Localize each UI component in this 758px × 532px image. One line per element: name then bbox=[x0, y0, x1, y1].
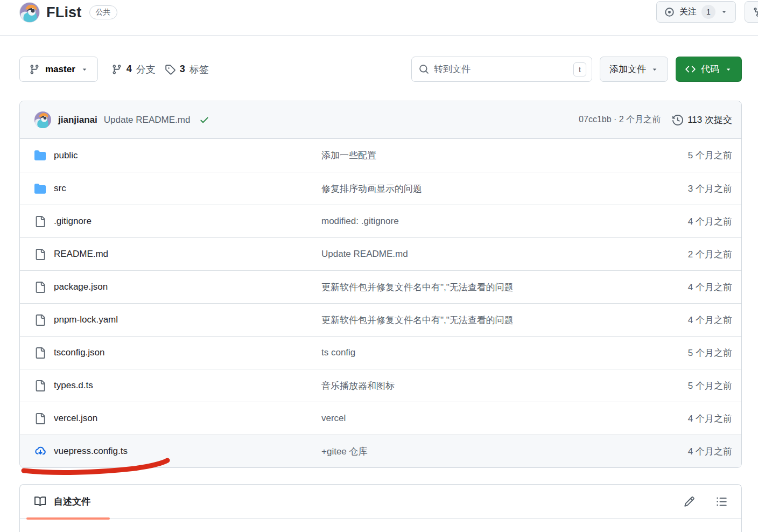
table-row[interactable]: src 修复排序动画显示的问题 3 个月之前 bbox=[20, 172, 741, 205]
commit-author[interactable]: jianjianai bbox=[58, 115, 97, 125]
commit-sha-time[interactable]: 07cc1bb · 2 个月之前 bbox=[579, 114, 661, 125]
table-row[interactable]: README.md Update README.md 2 个月之前 bbox=[20, 237, 741, 270]
file-icon bbox=[34, 216, 46, 227]
code-icon bbox=[685, 64, 696, 74]
repo-owner-avatar[interactable] bbox=[19, 2, 40, 23]
code-button[interactable]: 代码 bbox=[676, 57, 742, 82]
commits-history-link[interactable]: 113 次提交 bbox=[672, 114, 732, 126]
file-commit-time[interactable]: 5 个月之前 bbox=[610, 347, 732, 359]
file-commit-message[interactable]: Update README.md bbox=[321, 249, 610, 260]
table-row[interactable]: types.d.ts 音乐播放器和图标 5 个月之前 bbox=[20, 369, 741, 402]
file-name-link[interactable]: README.md bbox=[54, 249, 108, 260]
search-input[interactable] bbox=[434, 64, 568, 75]
file-commit-message[interactable]: 更新软件包并修复文件名中有","无法查看的问题 bbox=[321, 281, 610, 293]
repo-title[interactable]: FList bbox=[46, 4, 82, 21]
chevron-down-icon bbox=[651, 66, 658, 73]
table-row[interactable]: .gitignore modified: .gitignore 4 个月之前 bbox=[20, 205, 741, 237]
watch-button[interactable]: 关注 1 bbox=[656, 1, 736, 23]
eye-icon bbox=[664, 7, 675, 17]
file-commit-message[interactable]: vercel bbox=[321, 413, 610, 424]
file-commit-time[interactable]: 5 个月之前 bbox=[610, 149, 732, 162]
tags-link[interactable]: 3 标签 bbox=[165, 63, 209, 76]
file-name-link[interactable]: public bbox=[54, 150, 78, 161]
edit-pencil-icon[interactable] bbox=[684, 496, 695, 507]
file-commit-message[interactable]: 添加一些配置 bbox=[321, 149, 610, 162]
file-commit-message[interactable]: 修复排序动画显示的问题 bbox=[321, 183, 610, 195]
file-commit-time[interactable]: 5 个月之前 bbox=[610, 380, 732, 392]
branches-count: 4 bbox=[127, 64, 132, 75]
history-icon bbox=[672, 115, 683, 125]
file-commit-message[interactable]: 更新软件包并修复文件名中有","无法查看的问题 bbox=[321, 314, 610, 326]
fork-icon bbox=[753, 7, 758, 17]
file-commit-time[interactable]: 4 个月之前 bbox=[610, 215, 732, 228]
file-icon bbox=[34, 380, 46, 391]
file-name-link[interactable]: package.json bbox=[54, 282, 108, 292]
file-commit-time[interactable]: 4 个月之前 bbox=[610, 412, 732, 425]
file-name-link[interactable]: pnpm-lock.yaml bbox=[54, 314, 118, 325]
commit-message[interactable]: Update README.md bbox=[104, 115, 191, 125]
add-file-label: 添加文件 bbox=[609, 63, 646, 75]
file-table-body: public 添加一些配置 5 个月之前 src 修复排序动画显示的问题 3 个… bbox=[20, 139, 741, 467]
repo-page: FList 公共 关注 1 bbox=[0, 0, 758, 532]
cloud-download-icon bbox=[34, 445, 46, 457]
folder-icon bbox=[34, 150, 46, 161]
latest-commit-bar: jianjianai Update README.md 07cc1bb · 2 … bbox=[20, 101, 741, 139]
chevron-down-icon bbox=[725, 66, 732, 73]
table-row[interactable]: package.json 更新软件包并修复文件名中有","无法查看的问题 4 个… bbox=[20, 270, 741, 303]
commit-author-avatar[interactable] bbox=[34, 111, 51, 128]
table-row[interactable]: pnpm-lock.yaml 更新软件包并修复文件名中有","无法查看的问题 4… bbox=[20, 303, 741, 336]
file-icon bbox=[34, 314, 46, 326]
file-commit-time[interactable]: 4 个月之前 bbox=[610, 445, 732, 458]
file-tree-card: jianjianai Update README.md 07cc1bb · 2 … bbox=[19, 101, 742, 468]
watch-count: 1 bbox=[701, 5, 715, 19]
file-icon bbox=[34, 413, 46, 424]
fork-button-partial[interactable] bbox=[745, 1, 758, 23]
file-commit-time[interactable]: 4 个月之前 bbox=[610, 281, 732, 293]
file-name-link[interactable]: vuepress.config.ts bbox=[54, 446, 128, 457]
folder-icon bbox=[34, 183, 46, 194]
readme-card: 自述文件 bbox=[19, 484, 742, 532]
branch-selector[interactable]: master bbox=[19, 57, 98, 82]
readme-header: 自述文件 bbox=[20, 485, 741, 519]
git-branch-icon bbox=[111, 64, 122, 75]
file-name-link[interactable]: src bbox=[54, 183, 66, 194]
file-icon bbox=[34, 347, 46, 359]
file-icon bbox=[34, 249, 46, 260]
table-row[interactable]: public 添加一些配置 5 个月之前 bbox=[20, 139, 741, 172]
add-file-button[interactable]: 添加文件 bbox=[600, 57, 668, 82]
visibility-badge: 公共 bbox=[89, 5, 117, 19]
outline-list-icon[interactable] bbox=[716, 496, 727, 507]
file-commit-time[interactable]: 4 个月之前 bbox=[610, 314, 732, 326]
repo-header: FList 公共 关注 1 bbox=[0, 0, 758, 36]
branches-label: 分支 bbox=[136, 63, 156, 76]
file-icon bbox=[34, 282, 46, 293]
file-commit-message[interactable]: ts config bbox=[321, 347, 610, 358]
readme-tab-underline bbox=[26, 517, 110, 520]
git-branch-icon bbox=[29, 64, 40, 75]
file-name-link[interactable]: types.d.ts bbox=[54, 380, 93, 391]
file-commit-message[interactable]: 音乐播放器和图标 bbox=[321, 380, 610, 392]
repo-toolbar: master 4 分支 3 标签 bbox=[19, 57, 742, 82]
file-name-link[interactable]: vercel.json bbox=[54, 413, 97, 424]
watch-label: 关注 bbox=[679, 6, 697, 18]
table-row[interactable]: vercel.json vercel 4 个月之前 bbox=[20, 402, 741, 435]
file-commit-time[interactable]: 2 个月之前 bbox=[610, 248, 732, 261]
checks-status-icon[interactable] bbox=[199, 115, 209, 125]
table-row[interactable]: vuepress.config.ts +gitee 仓库 4 个月之前 bbox=[20, 435, 741, 467]
go-to-file-search[interactable]: t bbox=[411, 57, 592, 82]
chevron-down-icon bbox=[720, 8, 728, 16]
table-row[interactable]: tsconfig.json ts config 5 个月之前 bbox=[20, 336, 741, 369]
file-name-link[interactable]: tsconfig.json bbox=[54, 347, 105, 358]
file-name-link[interactable]: .gitignore bbox=[54, 216, 92, 227]
readme-title: 自述文件 bbox=[54, 495, 90, 508]
search-icon bbox=[419, 64, 429, 74]
branch-name: master bbox=[45, 64, 75, 75]
book-icon bbox=[34, 496, 46, 507]
tags-count: 3 bbox=[180, 64, 185, 75]
file-commit-message[interactable]: modified: .gitignore bbox=[321, 216, 610, 227]
branches-link[interactable]: 4 分支 bbox=[111, 63, 156, 76]
tags-label: 标签 bbox=[190, 63, 209, 76]
file-commit-message[interactable]: +gitee 仓库 bbox=[321, 445, 610, 458]
commits-count-label: 113 次提交 bbox=[687, 114, 732, 126]
file-commit-time[interactable]: 3 个月之前 bbox=[610, 183, 732, 195]
